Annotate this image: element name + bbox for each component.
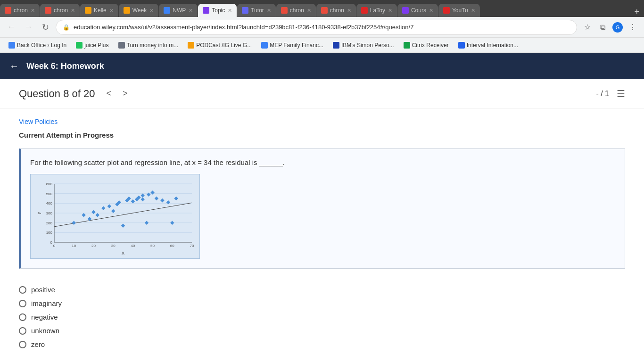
browser-tab-7[interactable]: Tutor✕ — [237, 4, 276, 17]
svg-text:20: 20 — [91, 244, 96, 248]
answer-label-unknown[interactable]: unknown — [31, 327, 59, 335]
browser-tab-11[interactable]: Cours✕ — [397, 4, 438, 17]
browser-tab-9[interactable]: chron✕ — [316, 4, 356, 17]
bookmark-star-button[interactable]: ☆ — [581, 21, 594, 34]
browser-tab-10[interactable]: LaToy✕ — [356, 4, 397, 17]
menu-button[interactable]: ⋮ — [626, 21, 639, 34]
radio-zero[interactable] — [19, 341, 26, 348]
answer-option-positive: positive — [19, 286, 625, 294]
question-nav: Question 8 of 20 < > - / 1 ☰ — [0, 79, 644, 108]
url-bar[interactable]: 🔒 education.wiley.com/was/ui/v2/assessme… — [56, 20, 577, 35]
new-tab-button[interactable]: + — [629, 7, 644, 17]
bookmark-item-5[interactable]: IBM's Simon Perso... — [329, 41, 398, 49]
svg-text:300: 300 — [46, 211, 53, 215]
browser-tab-3[interactable]: Kelle✕ — [80, 4, 118, 17]
bookmark-item-1[interactable]: juice Plus — [72, 41, 112, 49]
view-policies-link[interactable]: View Policies — [19, 118, 625, 125]
question-label: Question 8 of 20 — [19, 88, 95, 100]
next-question-button[interactable]: > — [119, 87, 132, 100]
browser-tab-8[interactable]: chron✕ — [276, 4, 316, 17]
bookmarks-bar: Back Office › Log Injuice PlusTurn money… — [0, 38, 644, 53]
bookmark-item-7[interactable]: Interval Internation... — [454, 41, 522, 49]
svg-text:500: 500 — [46, 192, 53, 196]
svg-text:0: 0 — [50, 240, 53, 245]
answer-label-imaginary[interactable]: imaginary — [31, 299, 62, 307]
page-title: Week 6: Homework — [26, 61, 104, 71]
svg-text:X: X — [122, 251, 124, 255]
profile-button[interactable]: G — [611, 21, 624, 34]
svg-text:0: 0 — [53, 244, 56, 248]
question-text: For the following scatter plot and regre… — [30, 158, 615, 166]
answer-option-unknown: unknown — [19, 327, 625, 335]
svg-text:400: 400 — [46, 201, 53, 206]
svg-text:50: 50 — [150, 244, 155, 248]
back-button[interactable]: ← — [5, 21, 18, 34]
bookmark-item-6[interactable]: Citrix Receiver — [400, 41, 453, 49]
svg-text:y: y — [36, 212, 41, 214]
browser-tab-12[interactable]: YouTu✕ — [438, 4, 480, 17]
radio-positive[interactable] — [19, 286, 26, 294]
question-score: - / 1 — [596, 90, 609, 98]
answer-label-negative[interactable]: negative — [31, 313, 58, 321]
browser-tab-6[interactable]: Topic✕ — [198, 4, 237, 17]
scatter-chart: 0100200300400500600010203040506070Xy — [30, 174, 200, 259]
question-box: For the following scatter plot and regre… — [19, 148, 625, 269]
bookmark-item-2[interactable]: Turn money into m... — [115, 41, 182, 49]
answer-label-positive[interactable]: positive — [31, 286, 55, 294]
radio-imaginary[interactable] — [19, 300, 26, 307]
prev-question-button[interactable]: < — [102, 87, 115, 100]
svg-text:100: 100 — [46, 230, 53, 235]
answer-choices: positive imaginary negative unknown zero — [19, 278, 625, 356]
refresh-button[interactable]: ↻ — [39, 21, 52, 34]
lock-icon: 🔒 — [63, 24, 70, 31]
answer-label-zero[interactable]: zero — [31, 340, 45, 348]
svg-text:200: 200 — [46, 221, 53, 225]
radio-unknown[interactable] — [19, 327, 26, 335]
browser-tab-4[interactable]: Week✕ — [119, 4, 158, 17]
svg-text:40: 40 — [131, 244, 135, 248]
forward-button[interactable]: → — [22, 21, 35, 34]
radio-negative[interactable] — [19, 313, 26, 321]
answer-option-negative: negative — [19, 313, 625, 321]
extensions-button[interactable]: ⧉ — [596, 21, 609, 34]
browser-tab-5[interactable]: NWP✕ — [159, 4, 198, 17]
answer-option-zero: zero — [19, 340, 625, 348]
browser-tab-1[interactable]: chron✕ — [0, 4, 40, 17]
svg-text:30: 30 — [111, 244, 116, 248]
browser-tab-2[interactable]: chron✕ — [40, 4, 80, 17]
attempt-label: Current Attempt in Progress — [19, 131, 625, 139]
svg-text:600: 600 — [46, 182, 53, 186]
list-icon[interactable]: ☰ — [617, 88, 625, 99]
back-arrow-icon[interactable]: ← — [9, 61, 19, 72]
bookmark-item-4[interactable]: MEP Family Financ... — [257, 41, 327, 49]
bookmark-item-0[interactable]: Back Office › Log In — [5, 41, 70, 49]
url-text: education.wiley.com/was/ui/v2/assessment… — [74, 24, 413, 31]
svg-text:70: 70 — [190, 244, 194, 248]
svg-text:60: 60 — [170, 244, 174, 248]
answer-option-imaginary: imaginary — [19, 299, 625, 307]
svg-text:10: 10 — [72, 244, 76, 248]
bookmark-item-3[interactable]: PODCast /IG Live G... — [184, 41, 256, 49]
page-header: ← Week 6: Homework — [0, 53, 644, 79]
